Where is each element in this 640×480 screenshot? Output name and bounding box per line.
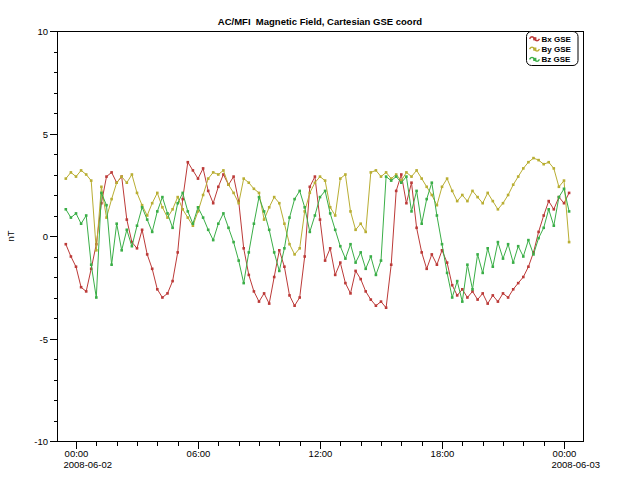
data-point: [65, 208, 68, 211]
y-tick-label: 10: [37, 26, 48, 37]
data-point: [268, 229, 271, 232]
data-point: [410, 181, 413, 184]
data-point: [253, 290, 256, 293]
data-point: [227, 227, 230, 230]
data-point: [400, 181, 403, 184]
data-point: [268, 302, 271, 305]
data-point: [176, 202, 179, 205]
data-point: [410, 210, 413, 213]
data-point: [70, 216, 73, 219]
data-point: [405, 202, 408, 205]
data-point: [380, 175, 383, 178]
data-point: [161, 296, 164, 299]
data-point: [492, 294, 495, 297]
data-point: [558, 196, 561, 199]
data-point: [314, 214, 317, 217]
data-point: [115, 222, 118, 225]
data-point: [527, 161, 530, 164]
data-point: [80, 222, 83, 225]
legend-label: By GSE: [542, 45, 572, 54]
data-point: [344, 257, 347, 260]
data-point: [187, 216, 190, 219]
data-point: [136, 247, 139, 250]
data-point: [110, 263, 113, 266]
y-tick-label: 5: [43, 129, 48, 140]
data-point: [349, 210, 352, 213]
data-point: [354, 261, 357, 264]
data-point: [217, 173, 220, 176]
data-point: [80, 169, 83, 172]
data-point: [553, 167, 556, 170]
legend-marker-dot: [533, 37, 536, 40]
data-point: [420, 222, 423, 225]
data-point: [141, 229, 144, 232]
data-point: [425, 186, 428, 189]
data-point: [273, 276, 276, 279]
data-point: [288, 243, 291, 246]
data-point: [95, 296, 98, 299]
data-point: [278, 249, 281, 252]
data-point: [75, 175, 78, 178]
data-point: [400, 173, 403, 176]
data-point: [359, 278, 362, 281]
data-point: [298, 190, 301, 193]
data-point: [105, 175, 108, 178]
data-point: [415, 169, 418, 172]
data-point: [431, 194, 434, 197]
legend: Bx GSEBy GSEBz GSE: [527, 32, 579, 66]
data-point: [273, 251, 276, 254]
data-point: [517, 282, 520, 285]
y-axis-title: nT: [5, 230, 16, 241]
data-point: [207, 190, 210, 193]
data-point: [364, 231, 367, 234]
data-point: [436, 214, 439, 217]
data-point: [207, 177, 210, 180]
data-point: [314, 181, 317, 184]
data-point: [324, 190, 327, 193]
y-tick-label: -10: [34, 436, 48, 447]
data-point: [415, 227, 418, 230]
data-point: [354, 229, 357, 232]
data-point: [222, 212, 225, 215]
data-point: [507, 243, 510, 246]
data-point: [283, 265, 286, 268]
data-point: [207, 229, 210, 232]
x-tick-label: 00:00: [65, 448, 89, 459]
data-point: [553, 224, 556, 227]
data-point: [298, 296, 301, 299]
data-point: [451, 284, 454, 287]
data-point: [405, 175, 408, 178]
data-point: [497, 300, 500, 303]
data-point: [253, 222, 256, 225]
data-point: [568, 192, 571, 195]
data-point: [151, 231, 154, 234]
data-point: [65, 243, 68, 246]
data-point: [390, 263, 393, 266]
data-point: [263, 292, 266, 295]
data-point: [263, 210, 266, 213]
data-point: [146, 253, 149, 256]
data-point: [568, 241, 571, 244]
data-point: [110, 198, 113, 201]
data-point: [502, 202, 505, 205]
data-point: [461, 288, 464, 291]
data-point: [492, 265, 495, 268]
data-point: [441, 186, 444, 189]
y-tick-label: -5: [40, 334, 48, 345]
data-point: [242, 177, 245, 180]
data-point: [212, 202, 215, 205]
data-point: [293, 253, 296, 256]
data-point: [273, 196, 276, 199]
data-point: [420, 251, 423, 254]
data-point: [293, 198, 296, 201]
data-point: [176, 196, 179, 199]
data-point: [151, 202, 154, 205]
data-point: [415, 190, 418, 193]
data-point: [303, 255, 306, 258]
data-point: [553, 208, 556, 211]
data-point: [100, 186, 103, 189]
data-point: [237, 202, 240, 205]
chart-canvas: AC/MFI Magnetic Field, Cartesian GSE coo…: [0, 0, 640, 480]
data-point: [212, 171, 215, 174]
data-point: [95, 249, 98, 252]
